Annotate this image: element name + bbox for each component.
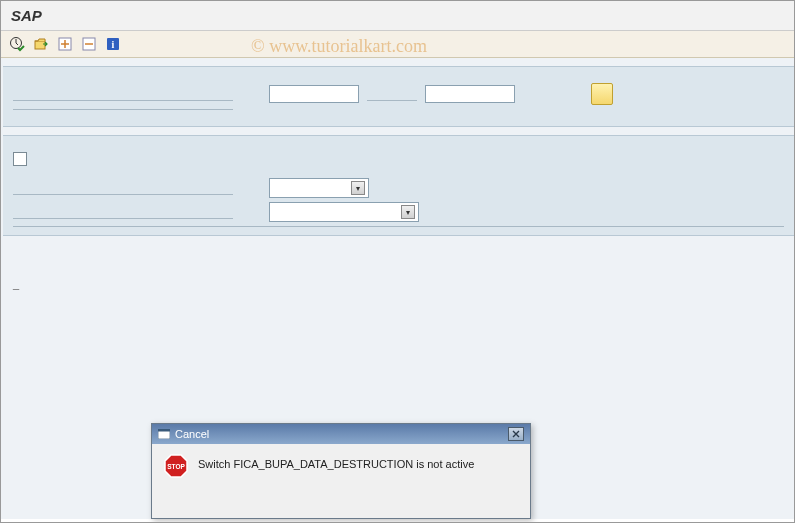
dialog-window-icon [158, 429, 170, 439]
dialog-titlebar: Cancel [152, 424, 530, 444]
window-title: SAP [11, 7, 42, 24]
field-row-1 [13, 83, 784, 105]
selection-panel-1 [3, 66, 794, 127]
selection-input-2[interactable] [425, 85, 515, 103]
chevron-down-icon: ▾ [401, 205, 415, 219]
info-icon: i [106, 37, 120, 51]
stop-icon: STOP [164, 454, 188, 478]
get-variant-button[interactable] [31, 34, 51, 54]
separator-line-2 [13, 226, 784, 227]
execute-button[interactable] [7, 34, 27, 54]
dialog-title: Cancel [175, 428, 209, 440]
multiple-selection-button[interactable] [591, 83, 613, 105]
folder-out-icon [33, 36, 49, 52]
selection-input-1[interactable] [269, 85, 359, 103]
dropdown-row-1: ▾ [13, 178, 784, 198]
selection-panel-2: ▾ ▾ [3, 135, 794, 236]
dialog-body: STOP Switch FICA_BUPA_DATA_DESTRUCTION i… [152, 444, 530, 518]
collapse-button[interactable] [79, 34, 99, 54]
option-checkbox[interactable] [13, 152, 27, 166]
close-icon [512, 430, 520, 438]
separator-line [13, 109, 233, 110]
to-label-placeholder [367, 87, 417, 101]
stray-text: _ [13, 278, 19, 290]
dropdown-row-2: ▾ [13, 202, 784, 222]
clock-check-icon [9, 36, 25, 52]
dialog-message: Switch FICA_BUPA_DATA_DESTRUCTION is not… [198, 454, 474, 470]
window-title-bar: SAP [1, 1, 794, 31]
minus-box-icon [82, 37, 96, 51]
cancel-dialog: Cancel STOP Switch FICA_BUPA_DATA_DESTRU… [151, 423, 531, 519]
dialog-close-button[interactable] [508, 427, 524, 441]
dropdown-1[interactable]: ▾ [269, 178, 369, 198]
chevron-down-icon: ▾ [351, 181, 365, 195]
dropdown-2[interactable]: ▾ [269, 202, 419, 222]
field-label-placeholder-1 [13, 87, 233, 101]
expand-button[interactable] [55, 34, 75, 54]
svg-rect-7 [158, 429, 170, 432]
svg-text:i: i [112, 39, 115, 50]
svg-text:STOP: STOP [167, 463, 185, 470]
info-button[interactable]: i [103, 34, 123, 54]
plus-box-icon [58, 37, 72, 51]
field-label-placeholder-3 [13, 205, 233, 219]
svg-rect-1 [35, 41, 45, 49]
content-area: ▾ ▾ _ Cancel [1, 58, 794, 519]
application-toolbar: i [1, 31, 794, 58]
field-label-placeholder-2 [13, 181, 233, 195]
checkbox-row [13, 152, 784, 166]
